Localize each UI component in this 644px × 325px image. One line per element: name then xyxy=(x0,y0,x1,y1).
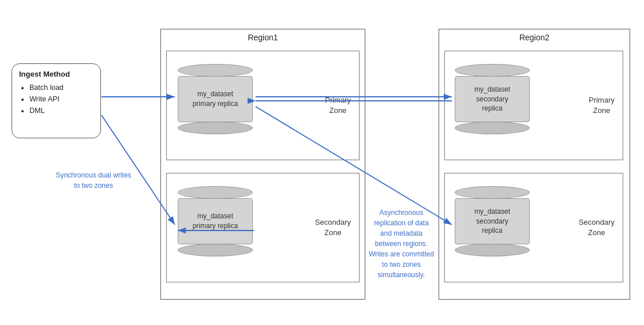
ingest-box: Ingest Method Batch load Write API DML xyxy=(12,63,101,138)
cyl-label-r1p: my_datasetprimary replica xyxy=(193,89,238,109)
cyl-body-r1p: my_datasetprimary replica xyxy=(178,76,253,122)
ingest-item-3: DML xyxy=(29,105,93,116)
ingest-title: Ingest Method xyxy=(19,70,93,78)
zone-r2-secondary-label: SecondaryZone xyxy=(579,217,615,238)
cyl-body-r2s: my_datasetsecondaryreplica xyxy=(455,198,530,244)
cyl-top-r1s xyxy=(178,186,253,199)
cylinder-r2-primary: my_datasetsecondaryreplica xyxy=(455,63,530,135)
ingest-list: Batch load Write API DML xyxy=(19,82,93,116)
annotation-sync: Synchronous dual writesto two zones xyxy=(47,170,140,191)
cylinder-r1-primary: my_datasetprimary replica xyxy=(178,63,253,135)
ingest-item-1: Batch load xyxy=(29,82,93,93)
cyl-label-r1s: my_datasetprimary replica xyxy=(193,211,238,231)
ingest-item-2: Write API xyxy=(29,93,93,105)
cyl-bottom-r2p xyxy=(455,122,530,134)
cyl-label-r2s: my_datasetsecondaryreplica xyxy=(474,207,510,236)
region2-label: Region2 xyxy=(439,29,630,44)
cyl-bottom-r1s xyxy=(178,244,253,256)
cyl-bottom-r1p xyxy=(178,122,253,134)
region1-label: Region1 xyxy=(161,29,365,44)
cyl-top-r2s xyxy=(455,186,530,199)
cylinder-r2-secondary: my_datasetsecondaryreplica xyxy=(455,186,530,257)
cyl-label-r2p: my_datasetsecondaryreplica xyxy=(474,85,510,114)
cyl-body-r2p: my_datasetsecondaryreplica xyxy=(455,76,530,122)
diagram-container: Ingest Method Batch load Write API DML R… xyxy=(0,0,644,325)
cyl-bottom-r2s xyxy=(455,244,530,256)
cyl-body-r1s: my_datasetprimary replica xyxy=(178,198,253,244)
zone-r2-primary-label: PrimaryZone xyxy=(589,95,615,116)
zone-r1-secondary-label: SecondaryZone xyxy=(315,217,351,238)
cyl-top-r2p xyxy=(455,64,530,77)
cyl-top-r1p xyxy=(178,64,253,77)
zone-r1-primary-label: PrimaryZone xyxy=(325,95,351,116)
annotation-async: Asynchronousreplication of dataand metad… xyxy=(351,207,452,280)
cylinder-r1-secondary: my_datasetprimary replica xyxy=(178,186,253,257)
